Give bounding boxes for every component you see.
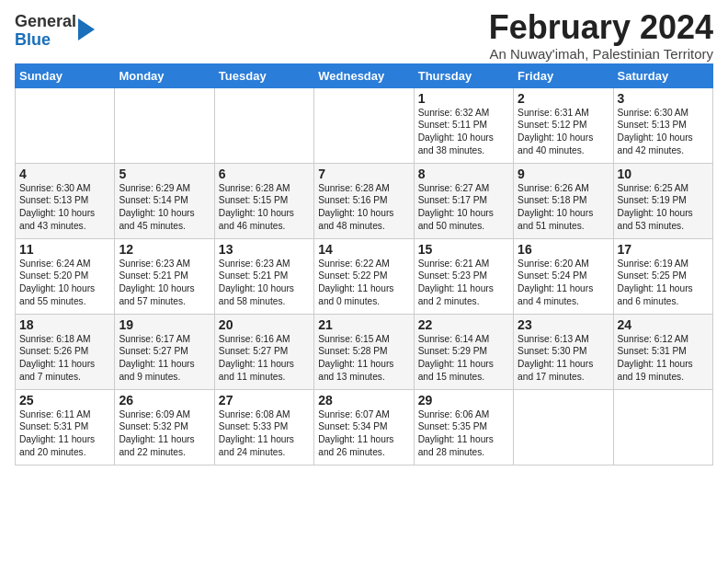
day-details: Sunrise: 6:19 AM Sunset: 5:25 PM Dayligh… — [618, 258, 709, 308]
day-number: 23 — [518, 317, 609, 332]
day-details: Sunrise: 6:32 AM Sunset: 5:11 PM Dayligh… — [418, 107, 509, 157]
calendar-week-row: 4Sunrise: 6:30 AM Sunset: 5:13 PM Daylig… — [16, 163, 713, 238]
day-number: 25 — [19, 393, 110, 408]
table-row: 20Sunrise: 6:16 AM Sunset: 5:27 PM Dayli… — [214, 314, 313, 389]
header-row-days: Sunday Monday Tuesday Wednesday Thursday… — [16, 63, 713, 87]
day-number: 10 — [618, 167, 709, 181]
day-details: Sunrise: 6:12 AM Sunset: 5:31 PM Dayligh… — [618, 333, 709, 384]
header-saturday: Saturday — [613, 63, 712, 87]
calendar-week-row: 1Sunrise: 6:32 AM Sunset: 5:11 PM Daylig… — [16, 87, 713, 163]
day-details: Sunrise: 6:25 AM Sunset: 5:19 PM Dayligh… — [618, 182, 709, 233]
day-details: Sunrise: 6:22 AM Sunset: 5:22 PM Dayligh… — [318, 258, 409, 308]
day-details: Sunrise: 6:16 AM Sunset: 5:27 PM Dayligh… — [219, 333, 310, 384]
table-row: 4Sunrise: 6:30 AM Sunset: 5:13 PM Daylig… — [16, 163, 115, 238]
table-row: 6Sunrise: 6:28 AM Sunset: 5:15 PM Daylig… — [214, 163, 313, 238]
day-details: Sunrise: 6:17 AM Sunset: 5:27 PM Dayligh… — [119, 333, 210, 384]
table-row: 28Sunrise: 6:07 AM Sunset: 5:34 PM Dayli… — [314, 389, 414, 465]
table-row: 18Sunrise: 6:18 AM Sunset: 5:26 PM Dayli… — [16, 314, 115, 389]
table-row: 5Sunrise: 6:29 AM Sunset: 5:14 PM Daylig… — [115, 163, 214, 238]
day-number: 7 — [318, 167, 409, 181]
day-details: Sunrise: 6:28 AM Sunset: 5:15 PM Dayligh… — [219, 182, 310, 233]
day-number: 1 — [418, 91, 509, 106]
day-number: 5 — [119, 167, 210, 181]
day-number: 17 — [618, 242, 709, 257]
day-number: 26 — [119, 393, 210, 408]
day-number: 28 — [318, 393, 409, 408]
table-row: 3Sunrise: 6:30 AM Sunset: 5:13 PM Daylig… — [613, 87, 712, 163]
calendar-body: 1Sunrise: 6:32 AM Sunset: 5:11 PM Daylig… — [16, 87, 713, 465]
table-row — [613, 389, 712, 465]
day-details: Sunrise: 6:18 AM Sunset: 5:26 PM Dayligh… — [19, 333, 110, 384]
table-row: 8Sunrise: 6:27 AM Sunset: 5:17 PM Daylig… — [414, 163, 513, 238]
day-details: Sunrise: 6:11 AM Sunset: 5:31 PM Dayligh… — [19, 408, 110, 459]
table-row: 21Sunrise: 6:15 AM Sunset: 5:28 PM Dayli… — [314, 314, 414, 389]
day-number: 20 — [219, 317, 310, 332]
day-details: Sunrise: 6:06 AM Sunset: 5:35 PM Dayligh… — [418, 408, 509, 459]
table-row: 17Sunrise: 6:19 AM Sunset: 5:25 PM Dayli… — [613, 238, 712, 314]
day-details: Sunrise: 6:27 AM Sunset: 5:17 PM Dayligh… — [418, 182, 509, 233]
table-row — [514, 389, 613, 465]
calendar-header: Sunday Monday Tuesday Wednesday Thursday… — [16, 63, 713, 87]
header-monday: Monday — [115, 63, 214, 87]
day-details: Sunrise: 6:23 AM Sunset: 5:21 PM Dayligh… — [219, 258, 310, 308]
logo-general: General — [15, 12, 76, 30]
day-number: 3 — [618, 91, 709, 106]
header-row: General Blue February 2024 An Nuway'imah… — [15, 9, 713, 62]
calendar-week-row: 11Sunrise: 6:24 AM Sunset: 5:20 PM Dayli… — [16, 238, 713, 314]
day-details: Sunrise: 6:29 AM Sunset: 5:14 PM Dayligh… — [119, 182, 210, 233]
table-row: 2Sunrise: 6:31 AM Sunset: 5:12 PM Daylig… — [514, 87, 613, 163]
day-details: Sunrise: 6:09 AM Sunset: 5:32 PM Dayligh… — [119, 408, 210, 459]
header-friday: Friday — [514, 63, 613, 87]
day-details: Sunrise: 6:26 AM Sunset: 5:18 PM Dayligh… — [518, 182, 609, 233]
table-row: 10Sunrise: 6:25 AM Sunset: 5:19 PM Dayli… — [613, 163, 712, 238]
day-details: Sunrise: 6:21 AM Sunset: 5:23 PM Dayligh… — [418, 258, 509, 308]
table-row — [214, 87, 313, 163]
day-number: 4 — [19, 167, 110, 181]
header-wednesday: Wednesday — [314, 63, 414, 87]
table-row: 9Sunrise: 6:26 AM Sunset: 5:18 PM Daylig… — [514, 163, 613, 238]
table-row: 24Sunrise: 6:12 AM Sunset: 5:31 PM Dayli… — [613, 314, 712, 389]
day-number: 11 — [19, 242, 110, 257]
table-row: 15Sunrise: 6:21 AM Sunset: 5:23 PM Dayli… — [414, 238, 513, 314]
calendar-table: Sunday Monday Tuesday Wednesday Thursday… — [15, 63, 713, 465]
day-number: 24 — [618, 317, 709, 332]
day-details: Sunrise: 6:23 AM Sunset: 5:21 PM Dayligh… — [119, 258, 210, 308]
day-details: Sunrise: 6:14 AM Sunset: 5:29 PM Dayligh… — [418, 333, 509, 384]
table-row — [115, 87, 214, 163]
day-number: 19 — [119, 317, 210, 332]
table-row: 13Sunrise: 6:23 AM Sunset: 5:21 PM Dayli… — [214, 238, 313, 314]
table-row: 12Sunrise: 6:23 AM Sunset: 5:21 PM Dayli… — [115, 238, 214, 314]
table-row: 26Sunrise: 6:09 AM Sunset: 5:32 PM Dayli… — [115, 389, 214, 465]
table-row: 11Sunrise: 6:24 AM Sunset: 5:20 PM Dayli… — [16, 238, 115, 314]
table-row: 23Sunrise: 6:13 AM Sunset: 5:30 PM Dayli… — [514, 314, 613, 389]
table-row: 1Sunrise: 6:32 AM Sunset: 5:11 PM Daylig… — [414, 87, 513, 163]
table-row: 19Sunrise: 6:17 AM Sunset: 5:27 PM Dayli… — [115, 314, 214, 389]
day-details: Sunrise: 6:31 AM Sunset: 5:12 PM Dayligh… — [518, 107, 609, 157]
day-details: Sunrise: 6:15 AM Sunset: 5:28 PM Dayligh… — [318, 333, 409, 384]
day-details: Sunrise: 6:30 AM Sunset: 5:13 PM Dayligh… — [618, 107, 709, 157]
table-row — [314, 87, 414, 163]
day-details: Sunrise: 6:20 AM Sunset: 5:24 PM Dayligh… — [518, 258, 609, 308]
table-row: 25Sunrise: 6:11 AM Sunset: 5:31 PM Dayli… — [16, 389, 115, 465]
header-sunday: Sunday — [16, 63, 115, 87]
logo-arrow-icon — [78, 18, 95, 40]
table-row: 27Sunrise: 6:08 AM Sunset: 5:33 PM Dayli… — [214, 389, 313, 465]
day-number: 15 — [418, 242, 509, 257]
table-row — [16, 87, 115, 163]
logo-blue: Blue — [15, 30, 51, 49]
day-number: 18 — [19, 317, 110, 332]
calendar-week-row: 25Sunrise: 6:11 AM Sunset: 5:31 PM Dayli… — [16, 389, 713, 465]
title-block: February 2024 An Nuway'imah, Palestinian… — [489, 9, 713, 62]
day-number: 13 — [219, 242, 310, 257]
header-tuesday: Tuesday — [214, 63, 313, 87]
day-number: 27 — [219, 393, 310, 408]
day-details: Sunrise: 6:28 AM Sunset: 5:16 PM Dayligh… — [318, 182, 409, 233]
table-row: 7Sunrise: 6:28 AM Sunset: 5:16 PM Daylig… — [314, 163, 414, 238]
day-details: Sunrise: 6:07 AM Sunset: 5:34 PM Dayligh… — [318, 408, 409, 459]
table-row: 29Sunrise: 6:06 AM Sunset: 5:35 PM Dayli… — [414, 389, 513, 465]
calendar-week-row: 18Sunrise: 6:18 AM Sunset: 5:26 PM Dayli… — [16, 314, 713, 389]
day-number: 9 — [518, 167, 609, 181]
table-row: 22Sunrise: 6:14 AM Sunset: 5:29 PM Dayli… — [414, 314, 513, 389]
day-number: 2 — [518, 91, 609, 106]
day-details: Sunrise: 6:24 AM Sunset: 5:20 PM Dayligh… — [19, 258, 110, 308]
